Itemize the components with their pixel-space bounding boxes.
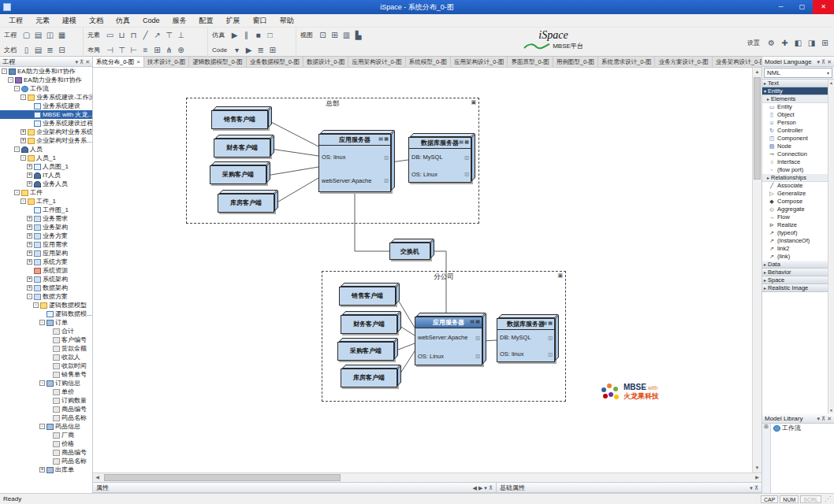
tree-item[interactable]: 商品编号 — [0, 448, 92, 457]
expander-icon[interactable]: + — [20, 138, 26, 143]
toolbox-item[interactable]: ↗link2 — [762, 245, 828, 253]
pin-icon[interactable]: ⊼ — [80, 57, 84, 66]
tab-8[interactable]: 应用架构设计_0-图 — [451, 57, 508, 67]
grid-icon[interactable]: ⊞ — [329, 29, 341, 41]
tab-11[interactable]: 系统需求设计_0-图 — [598, 57, 655, 67]
diagram-canvas[interactable]: 总部▣分公司▣销售客户端财务客户端采购客户端库房客户端销售客户端财务客户端采购客… — [93, 68, 752, 472]
window-icon[interactable]: ⊡ — [317, 29, 329, 41]
tree-item[interactable]: 业务系统建设 — [0, 102, 92, 110]
expander-icon[interactable]: - — [14, 190, 20, 195]
save-all-icon[interactable]: ▦ — [56, 29, 68, 41]
add-icon[interactable]: ✚ — [779, 37, 791, 49]
tree-item[interactable]: 收款人 — [0, 353, 92, 361]
close-button[interactable]: ✕ — [813, 0, 834, 14]
toolbox-item[interactable]: ▭Entity — [762, 103, 828, 111]
settings-gear-icon[interactable]: ⚙ — [765, 37, 777, 49]
server-node[interactable]: 应用服务器▤▦webServer:Apache◫OS: Linux◫ — [415, 317, 482, 365]
tree-item[interactable]: 药品名称 — [0, 413, 92, 422]
scroll-left-icon[interactable]: ◀ — [93, 473, 102, 482]
tree-item[interactable]: -工件_1 — [0, 197, 92, 206]
expander-icon[interactable]: - — [20, 155, 26, 161]
pause-icon[interactable]: ∥ — [240, 29, 252, 41]
tab-5[interactable]: 数据设计_0-图 — [303, 57, 348, 67]
zoom-icon[interactable]: ⊕ — [175, 44, 187, 56]
tree-item[interactable]: +系统架构 — [0, 275, 92, 284]
expander-icon[interactable]: - — [2, 69, 7, 74]
menu-item-2[interactable]: 元素 — [29, 16, 56, 26]
code-dropdown-icon[interactable]: ▾ — [231, 44, 243, 56]
new-line-icon[interactable]: ╱ — [140, 29, 151, 41]
menu-item-9[interactable]: 扩展 — [220, 16, 247, 26]
toolbox-group[interactable]: ▸Behavior — [762, 269, 828, 276]
expander-icon[interactable]: - — [39, 380, 45, 386]
tree-item[interactable]: -工件 — [0, 188, 92, 197]
toolbox-item[interactable]: ⊸Connection — [762, 150, 828, 158]
expander-icon[interactable]: + — [27, 250, 32, 256]
expander-icon[interactable]: + — [27, 285, 32, 291]
tab-4[interactable]: 业务数据模型_0-图 — [247, 57, 303, 67]
properties-panel-tab[interactable]: 属性 ◀▶▾⊼ — [93, 482, 497, 493]
align-right-icon[interactable]: ⊢ — [128, 44, 140, 56]
toolbox-item[interactable]: ↻Controller — [762, 127, 828, 135]
tab-1[interactable]: 系统分布_0-图× — [93, 57, 144, 67]
tree-item[interactable]: +企业架构对业务系... — [0, 136, 92, 145]
horizontal-scrollbar-thumb[interactable] — [104, 474, 341, 481]
server-node[interactable]: 应用服务器▤▦OS: linux◫webServer:Apache◫ — [318, 134, 391, 192]
client-node[interactable]: 财务客户端 — [341, 315, 397, 334]
menu-item-11[interactable]: 帮助 — [274, 16, 300, 26]
scroll-right-icon[interactable]: ▶ — [753, 473, 761, 482]
tab-3[interactable]: 逻辑数据模型_0-图 — [189, 57, 246, 67]
toolbox-item[interactable]: ↗(link) — [762, 253, 828, 261]
layout-grid-icon[interactable]: ⊞ — [151, 44, 163, 56]
minimize-button[interactable]: ─ — [770, 0, 791, 14]
tree-item[interactable]: +业务方案 — [0, 232, 92, 240]
expander-icon[interactable]: - — [20, 94, 26, 100]
chevron-down-icon[interactable]: ▾ — [750, 484, 753, 492]
close-icon[interactable]: ✕ — [827, 57, 832, 66]
client-node[interactable]: 财务客户端 — [214, 139, 270, 158]
toolbox-item[interactable]: ▧Node — [762, 143, 828, 150]
toolbox-item[interactable]: →Flow — [762, 213, 828, 221]
tree-item[interactable]: +应用架构 — [0, 249, 92, 258]
menu-item-1[interactable]: 工程 — [2, 16, 29, 26]
toolbox-scrollbar[interactable]: ▲ ▼ — [828, 80, 834, 413]
expander-icon[interactable]: + — [27, 276, 32, 282]
toolbox-group[interactable]: ▸Text — [762, 80, 828, 87]
tree-item[interactable]: 价格 — [0, 439, 92, 448]
tree-item[interactable]: 客户编号 — [0, 335, 92, 344]
toolbox-item[interactable]: ◇Aggregate — [762, 206, 828, 213]
expander-icon[interactable]: - — [33, 302, 39, 308]
open-project-icon[interactable]: ▤ — [32, 29, 44, 41]
panel-left-icon[interactable]: ◧ — [792, 37, 804, 49]
menu-item-4[interactable]: 文档 — [83, 16, 110, 26]
tree-item[interactable]: +业务架构 — [0, 223, 92, 232]
tree-item[interactable]: MBSE with 火龙... — [0, 110, 92, 119]
expander-icon[interactable]: + — [27, 259, 32, 265]
menu-item-3[interactable]: 建模 — [56, 16, 83, 26]
client-node[interactable]: 库房客户端 — [218, 194, 274, 213]
align-bottom-icon[interactable]: ⊥ — [175, 29, 187, 41]
scroll-left-icon[interactable]: ◀ — [473, 484, 477, 492]
tree-item[interactable]: +应用需求 — [0, 240, 92, 249]
expander-icon[interactable]: - — [27, 294, 32, 299]
scroll-down-icon[interactable]: ▼ — [828, 407, 834, 413]
tree-item[interactable]: -EA助力业务和IT协作 — [0, 67, 92, 76]
menu-item-7[interactable]: 服务 — [166, 16, 193, 26]
save-icon[interactable]: ◫ — [44, 29, 56, 41]
tree-item[interactable]: 销售单号 — [0, 370, 92, 379]
pin-icon[interactable]: ⊼ — [821, 57, 825, 66]
close-icon[interactable]: ✕ — [85, 57, 90, 66]
model-library-toolbar[interactable]: ⊞ — [762, 424, 771, 493]
pin-icon[interactable]: ⊼ — [821, 414, 825, 423]
maximize-button[interactable]: ▢ — [791, 0, 813, 14]
tree-item[interactable]: 系统资源 — [0, 266, 92, 275]
toolbox-item[interactable]: ▯Object — [762, 111, 828, 119]
chart-icon[interactable]: ▙ — [352, 29, 364, 41]
toolbox-group[interactable]: ▸Realistic Image — [762, 284, 828, 292]
panel-right-icon[interactable]: ◨ — [806, 37, 817, 49]
expander-icon[interactable]: + — [27, 224, 32, 230]
tree-item[interactable]: -人员_1 — [0, 154, 92, 162]
tree-item[interactable]: -数据方案 — [0, 292, 92, 301]
menu-item-8[interactable]: 配置 — [193, 16, 220, 26]
toolbox-group[interactable]: ▸Data — [762, 261, 828, 269]
